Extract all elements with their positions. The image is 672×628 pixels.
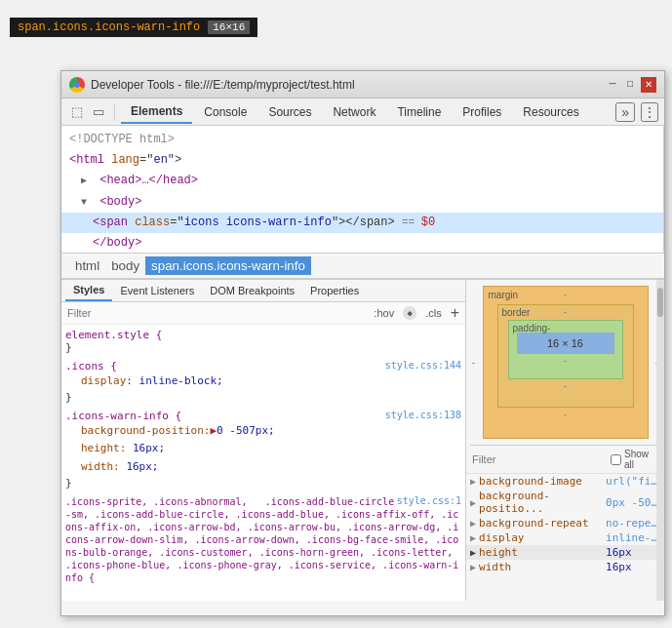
tab-timeline[interactable]: Timeline [387,101,451,123]
prop-val-bg-pos: 0px -50... [606,496,660,509]
more-tabs-button[interactable]: » [615,102,635,122]
html-line-doctype: <!DOCTYPE html> [61,130,663,150]
css-prop-height: height: 16px; [65,440,461,458]
html-line-span-selected[interactable]: <span class="icons icons-warn-info"></sp… [61,213,663,233]
inspect-button[interactable]: ⬚ [67,102,87,122]
html-line-html: <html lang="en"> [61,150,663,171]
margin-label: margin [489,290,519,300]
tab-elements[interactable]: Elements [121,100,192,124]
tab-properties[interactable]: Properties [302,280,367,301]
bm-padding-box: padding- 16 × 16 - [508,320,623,379]
styles-filter-input[interactable] [67,307,365,319]
tab-event-listeners[interactable]: Event Listeners [112,280,202,301]
maximize-button[interactable]: □ [623,77,637,91]
tooltip-size: 16×16 [208,20,250,34]
window-title: Developer Tools - file:///E:/temp/myproj… [91,78,355,92]
margin-top-val: - [562,290,568,300]
html-panel: <!DOCTYPE html> <html lang="en"> ▶ <head… [61,126,664,253]
css-rule-element-style: element.style { } [65,329,461,354]
tooltip-selector: span.icons.icons-warn-info [18,20,200,34]
breadcrumb-bar: html body span.icons.icons-warn-info [61,253,664,279]
tab-profiles[interactable]: Profiles [453,101,511,123]
arrow-bg-pos[interactable]: ▶ [470,497,476,508]
toolbar: ⬚ ▭ Elements Console Sources Network Tim… [61,98,664,126]
margin-bottom-val: - [497,410,634,420]
prop-name-height: height [479,546,606,559]
box-model-section: margin - border - padding- 16 × 1 [466,280,664,445]
prop-val-width: 16px [606,561,632,573]
html-line-body-close: </body> [61,233,663,253]
prop-name-bg-image: background-image [479,475,606,488]
prop-name-bg-pos: background-positio... [479,490,606,515]
pin-button[interactable]: ◆ [403,306,416,320]
arrow-height[interactable]: ▶ [470,547,476,558]
device-button[interactable]: ▭ [89,102,108,122]
show-all-text: Show all [624,449,658,470]
padding-bottom-val: - [517,356,614,367]
arrow-width[interactable]: ▶ [470,562,476,572]
styles-tabs: Styles Event Listeners DOM Breakpoints P… [61,280,465,302]
show-all-checkbox[interactable] [611,454,621,465]
bm-content-value: 16 × 16 [547,337,583,349]
styles-panel: Styles Event Listeners DOM Breakpoints P… [61,280,466,601]
title-bar: Developer Tools - file:///E:/temp/myproj… [61,71,664,98]
arrow-bg-repeat[interactable]: ▶ [470,518,476,529]
css-prop-width: width: 16px; [65,458,461,477]
arrow-bg-image[interactable]: ▶ [470,476,476,487]
css-rule-header-warn: .icons-warn-info { style.css:138 [65,410,461,422]
breadcrumb-span[interactable]: span.icons.icons-warn-info [145,256,311,275]
close-button[interactable]: ✕ [641,77,656,93]
prop-name-bg-repeat: background-repeat [479,517,606,530]
padding-label: padding- [513,323,551,334]
border-top-val: - [562,307,568,318]
computed-section: Show all ▶ background-image url("fi... ▶… [466,446,664,601]
computed-filter-input[interactable] [472,453,607,465]
computed-prop-bg-pos: ▶ background-positio... 0px -50... [466,489,664,516]
tab-dom-breakpoints[interactable]: DOM Breakpoints [202,280,302,301]
bottom-panel: Styles Event Listeners DOM Breakpoints P… [61,279,664,601]
computed-prop-bg-repeat: ▶ background-repeat no-repe... [466,516,664,530]
add-rule-button[interactable]: + [451,305,459,321]
computed-prop-display: ▶ display inline-... [466,530,664,545]
css-source-sprite[interactable]: style.css:1 [397,495,461,506]
tab-styles[interactable]: Styles [65,280,112,301]
right-panel: margin - border - padding- 16 × 1 [466,280,664,601]
cls-button[interactable]: .cls [422,306,445,320]
css-rule-close-warn: } [65,477,461,490]
computed-prop-width: ▶ width 16px [466,560,664,574]
computed-filter-row: Show all [466,446,664,474]
css-source-icons[interactable]: style.css:144 [385,360,461,371]
css-rules-area: element.style { } .icons { style.css:144… [61,325,465,601]
toolbar-separator [114,103,115,121]
html-line-body-open[interactable]: ▼ <body> [61,192,663,213]
css-prop-display: display: inline-block; [65,373,461,391]
computed-props-list: ▶ background-image url("fi... ▶ backgrou… [466,474,664,601]
devtools-menu-button[interactable]: ⋮ [641,102,658,122]
devtools-window: Developer Tools - file:///E:/temp/myproj… [60,70,665,616]
tab-console[interactable]: Console [194,101,257,123]
css-rule-close-icons: } [65,391,461,404]
computed-prop-height: ▶ height 16px [466,545,664,560]
minimize-button[interactable]: ─ [606,77,619,91]
css-rule-header-icons: .icons { style.css:144 [65,360,461,373]
arrow-display[interactable]: ▶ [470,532,476,543]
right-scrollbar-thumb[interactable] [657,288,663,317]
tab-network[interactable]: Network [323,101,385,123]
breadcrumb-body[interactable]: body [105,256,145,275]
css-rule-header-sprite: style.css:1 .icons-sprite, .icons-abnorm… [65,495,461,584]
css-prop-bg-pos: background-position:▶0 -507px; [65,422,461,441]
right-scrollbar[interactable] [656,280,664,601]
bm-margin-box: margin - border - padding- 16 × 1 [483,286,649,439]
hov-button[interactable]: :hov [371,306,397,320]
css-source-warn[interactable]: style.css:138 [385,410,461,420]
bm-content-box: 16 × 16 [517,333,614,354]
border-label: border [502,307,531,318]
prop-val-bg-image: url("fi... [606,475,660,488]
tab-resources[interactable]: Resources [513,101,588,123]
css-rule-close-element: } [65,341,461,354]
title-bar-left: Developer Tools - file:///E:/temp/myproj… [69,77,355,93]
show-all-label[interactable]: Show all [611,449,658,470]
html-line-head[interactable]: ▶ <head>…</head> [61,171,663,191]
breadcrumb-html[interactable]: html [69,256,105,275]
tab-sources[interactable]: Sources [258,101,321,123]
